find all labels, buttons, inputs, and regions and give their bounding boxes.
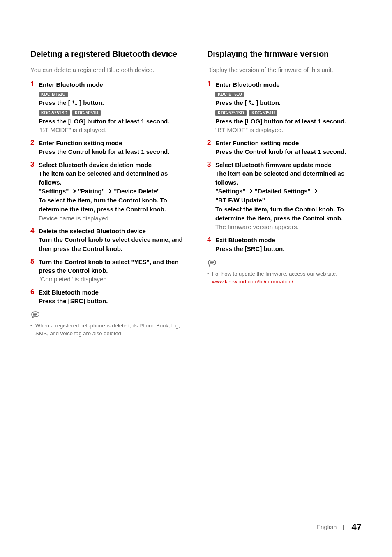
note-icon	[207, 258, 217, 268]
path-seg: "Detailed Settings"	[255, 188, 311, 195]
step-title: Select Bluetooth firmware update mode	[215, 160, 362, 169]
press-post: ] button.	[256, 99, 281, 106]
badge: KDC-5051U	[249, 110, 277, 116]
badge: KDC-BT51U	[39, 92, 68, 97]
result-line: "BT MODE" is displayed.	[215, 125, 362, 135]
press-post: ] button.	[79, 99, 104, 106]
footer-language: English	[316, 523, 337, 530]
step-body: Press the Control knob for at least 1 se…	[39, 147, 185, 156]
step-2: Enter Function setting mode Press the Co…	[207, 139, 362, 156]
result-line: "Completed" is displayed.	[39, 275, 185, 284]
intro-text: You can delete a registered Bluetooth de…	[30, 65, 185, 74]
model-badges-b: KDC-5751SD KDC-5051U	[39, 109, 185, 116]
note-item: When a registered cell-phone is deleted,…	[30, 322, 185, 338]
note-icon	[30, 310, 40, 320]
step-body: Press the Control knob for at least 1 se…	[215, 147, 362, 156]
firmware-link[interactable]: www.kenwood.com/bt/information/	[212, 278, 293, 285]
step-4: Delete the selected Bluetooth device Tur…	[30, 227, 185, 253]
step-title: Enter Bluetooth mode	[215, 80, 362, 89]
page-number: 47	[352, 522, 362, 532]
step-3: Select Bluetooth firmware update mode Th…	[207, 160, 362, 232]
step-body: Turn the Control knob to select device n…	[39, 235, 185, 253]
model-badges-a: KDC-BT51U	[39, 90, 185, 97]
path-line: "Settings" "Pairing" "Device Delete"	[39, 187, 185, 196]
chevron-right-icon	[314, 189, 317, 193]
step-1: Enter Bluetooth mode KDC-BT51U Press the…	[30, 80, 185, 135]
step-title: Select Bluetooth device deletion mode	[39, 160, 185, 169]
path-seg: "Settings"	[39, 188, 69, 195]
badge: KDC-BT51U	[215, 92, 244, 97]
step-1: Enter Bluetooth mode KDC-BT51U Press the…	[207, 80, 362, 135]
step-body: Press the [SRC] button.	[39, 297, 185, 306]
step-body2: To select the item, turn the Control kno…	[215, 205, 362, 223]
press-phone-line: Press the [ ] button.	[215, 98, 362, 107]
log-line: Press the [LOG] button for at least 1 se…	[215, 117, 362, 126]
step-body: Press the [SRC] button.	[215, 244, 362, 253]
path-seg: "Device Delete"	[114, 188, 160, 195]
intro-text: Display the version of the firmware of t…	[207, 65, 362, 74]
step-title: Turn the Control knob to select "YES", a…	[39, 258, 185, 275]
step-6: Exit Bluetooth mode Press the [SRC] butt…	[30, 288, 185, 306]
step-body2: To select the item, turn the Control kno…	[39, 196, 185, 214]
step-5: Turn the Control knob to select "YES", a…	[30, 258, 185, 284]
note-text: For how to update the firmware, access o…	[212, 271, 337, 277]
result-line: The firmware version appears.	[215, 223, 362, 232]
badge: KDC-5051U	[72, 110, 101, 116]
phone-icon	[249, 100, 254, 106]
path-seg: "Settings"	[215, 188, 245, 195]
step-body: The item can be selected and determined …	[39, 169, 185, 187]
model-badges-a: KDC-BT51U	[215, 90, 362, 97]
press-pre: Press the [	[39, 99, 70, 106]
path-line: "Settings" "Detailed Settings" "BT F/W U…	[215, 187, 362, 205]
result-line: Device name is displayed.	[39, 214, 185, 223]
log-line: Press the [LOG] button for at least 1 se…	[39, 117, 185, 126]
chevron-right-icon	[108, 189, 111, 193]
step-title: Delete the selected Bluetooth device	[39, 227, 185, 235]
step-title: Exit Bluetooth mode	[215, 236, 362, 244]
phone-icon	[72, 100, 78, 106]
path-seg: "Pairing"	[78, 188, 105, 195]
step-title: Enter Bluetooth mode	[39, 80, 185, 89]
chevron-right-icon	[249, 189, 252, 193]
badge: KDC-5751SD	[215, 110, 247, 116]
note-item: For how to update the firmware, access o…	[207, 270, 362, 286]
press-phone-line: Press the [ ] button.	[39, 98, 185, 107]
step-title: Exit Bluetooth mode	[39, 288, 185, 297]
footer-separator: |	[342, 523, 344, 530]
step-3: Select Bluetooth device deletion mode Th…	[30, 160, 185, 223]
step-title: Enter Function setting mode	[215, 139, 362, 147]
step-4: Exit Bluetooth mode Press the [SRC] butt…	[207, 236, 362, 253]
badge: KDC-5751SD	[39, 110, 70, 116]
result-line: "BT MODE" is displayed.	[39, 125, 185, 135]
model-badges-b: KDC-5751SD KDC-5051U	[215, 109, 362, 116]
path-seg: "BT F/W Update"	[215, 197, 265, 204]
section-heading-delete: Deleting a registered Bluetooth device	[30, 49, 185, 62]
chevron-right-icon	[72, 189, 75, 193]
step-2: Enter Function setting mode Press the Co…	[30, 139, 185, 156]
step-body: The item can be selected and determined …	[215, 169, 362, 187]
step-title: Enter Function setting mode	[39, 139, 185, 147]
press-pre: Press the [	[215, 99, 247, 106]
section-heading-firmware: Displaying the firmware version	[207, 49, 362, 62]
page-footer: English | 47	[316, 522, 362, 532]
